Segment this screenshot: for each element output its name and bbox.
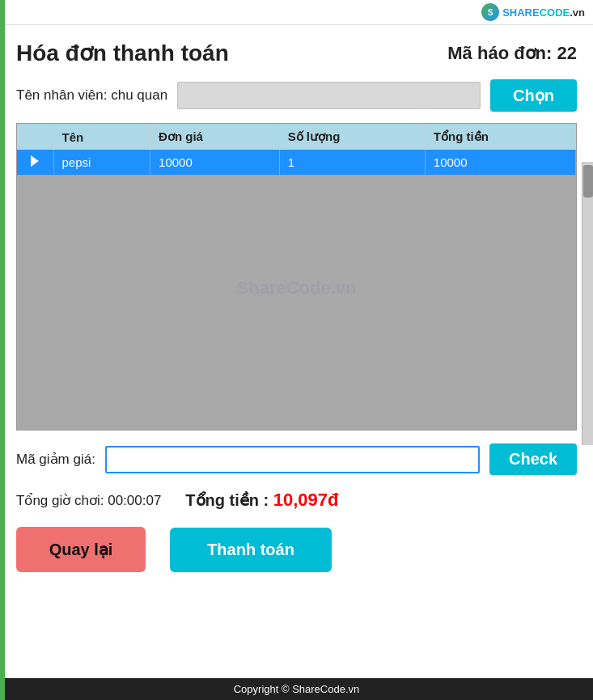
watermark-logo: S SHARECODE.vn [481,3,585,21]
main-content: Hóa đơn thanh toán Mã háo đơn: 22 Tên nh… [0,25,593,678]
center-watermark: ShareCode.vn [237,278,357,299]
chon-button[interactable]: Chọn [490,79,577,112]
total-hours: Tổng giờ chơi: 00:00:07 [16,492,161,509]
row-quantity: 1 [279,150,425,175]
totals-row: Tổng giờ chơi: 00:00:07 Tổng tiền : 10,0… [16,490,577,511]
employee-label: Tên nhân viên: chu quan [16,87,167,104]
total-money-value: 10,097đ [273,490,339,510]
invoice-id: Mã háo đơn: 22 [447,43,577,64]
check-button[interactable]: Check [489,443,577,475]
watermark-text: SHARECODE.vn [502,6,585,19]
page-title: Hóa đơn thanh toán [16,40,229,66]
footer-copyright: Copyright © ShareCode.vn [0,678,593,700]
logo-icon: S [481,3,499,21]
col-header-quantity: Số lượng [279,124,425,150]
col-header-total: Tổng tiền [425,124,575,150]
scrollbar-thumb [583,165,593,197]
col-header-indicator [17,124,53,150]
discount-label: Mã giảm giá: [16,451,95,468]
col-header-name: Tên [53,124,150,150]
row-unit-price: 10000 [150,150,280,175]
row-name: pepsi [53,150,150,175]
left-green-bar [0,0,5,700]
discount-row: Mã giảm giá: Check [16,443,577,475]
employee-input[interactable] [177,82,481,109]
col-header-unit-price: Đơn giá [150,124,280,150]
table-container: Tên Đơn giá Số lượng Tổng tiền pepsi 100… [16,123,577,431]
row-indicator [17,150,53,175]
table-row[interactable]: pepsi 10000 1 10000 [17,150,576,175]
page-container: S SHARECODE.vn Hóa đơn thanh toán Mã háo… [0,0,593,700]
right-scrollbar[interactable] [582,162,593,445]
action-row: Quay lại Thanh toán [16,527,577,580]
total-money: Tổng tiền : 10,097đ [185,490,338,511]
row-total: 10000 [425,150,575,175]
discount-input[interactable] [105,446,480,473]
table-empty-area: ShareCode.vn [17,175,576,401]
quay-lai-button[interactable]: Quay lại [16,527,146,572]
employee-row: Tên nhân viên: chu quan Chọn [16,79,577,112]
header-row: Hóa đơn thanh toán Mã háo đơn: 22 [16,40,577,66]
table-header-row: Tên Đơn giá Số lượng Tổng tiền [17,124,576,150]
top-bar: S SHARECODE.vn [0,0,593,25]
thanh-toan-button[interactable]: Thanh toán [170,528,332,572]
data-table: Tên Đơn giá Số lượng Tổng tiền pepsi 100… [17,124,576,175]
